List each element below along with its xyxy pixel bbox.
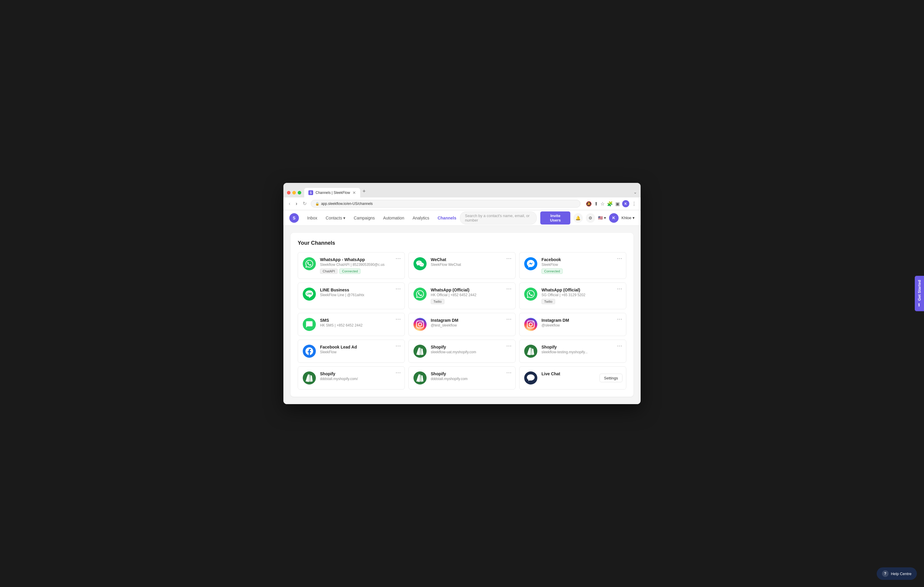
app-logo[interactable]: S: [289, 213, 299, 223]
window-controls: [287, 191, 301, 197]
maximize-button[interactable]: [298, 191, 301, 194]
channel-tag: ChatAPI: [320, 268, 338, 274]
channel-info: WhatsApp (Official) HK Official | +852 6…: [431, 288, 510, 304]
channel-menu-button[interactable]: ···: [396, 344, 401, 349]
address-icons: 🔕 ⬆ ☆ 🧩 ▣ K ⋮: [586, 200, 637, 207]
tab-bar: S Channels | SleekFlow ✕ + ⌄: [304, 186, 637, 197]
nav-item-channels[interactable]: Channels: [434, 214, 460, 222]
settings-button[interactable]: ⚙: [586, 213, 596, 223]
channel-menu-button[interactable]: ···: [396, 317, 401, 322]
channel-card-shopify-dddstall[interactable]: Shopify dddstall.myshopify.com/ ···: [298, 367, 405, 390]
notifications-button[interactable]: 🔔: [573, 213, 583, 223]
channel-icon: [303, 288, 316, 301]
url-bar[interactable]: 🔒 app.sleekflow.io/en-US/channels: [311, 200, 581, 207]
browser-user-avatar[interactable]: K: [622, 200, 629, 207]
channel-name: Shopify: [541, 345, 621, 349]
channel-info: Shopify dddstall.myshopify.com/: [320, 372, 400, 383]
lock-icon: 🔒: [315, 202, 319, 206]
channel-name: Instagram DM: [431, 318, 510, 323]
user-name[interactable]: Khloe ▾: [622, 215, 635, 220]
back-button[interactable]: ‹: [287, 200, 291, 207]
nav-item-contacts[interactable]: Contacts ▾: [322, 214, 349, 222]
channel-name: Instagram DM: [541, 318, 621, 323]
channel-card-shopify-uat[interactable]: Shopify sleekflow-uat.myshopify.com ···: [408, 340, 516, 363]
more-options-icon[interactable]: ⋮: [632, 201, 637, 207]
channel-card-facebook-lead[interactable]: Facebook Lead Ad SleekFlow ···: [298, 340, 405, 363]
channel-menu-button[interactable]: ···: [617, 286, 622, 292]
channel-card-whatsapp-official-sg[interactable]: WhatsApp (Official) SG Official | +65 31…: [519, 283, 626, 309]
bookmark-icon[interactable]: ☆: [601, 201, 605, 207]
nav-item-automation[interactable]: Automation: [380, 214, 408, 222]
help-centre-button[interactable]: ? Help Centre: [877, 567, 917, 580]
title-bar: S Channels | SleekFlow ✕ + ⌄: [284, 183, 640, 197]
channel-menu-button[interactable]: ···: [507, 317, 512, 322]
channel-info: WeChat SleekFlow WeChat: [431, 257, 510, 268]
app-nav: S Inbox Contacts ▾ Campaigns Automation …: [284, 210, 640, 226]
nav-item-campaigns[interactable]: Campaigns: [350, 214, 378, 222]
channel-menu-button[interactable]: ···: [396, 370, 401, 376]
channel-card-facebook[interactable]: Facebook SleekFlow Connected ···: [519, 252, 626, 279]
channel-menu-button[interactable]: ···: [507, 344, 512, 349]
close-button[interactable]: [287, 191, 290, 194]
channel-icon: [303, 318, 316, 331]
channel-menu-button[interactable]: ···: [617, 344, 622, 349]
channel-tag: Twilio: [541, 299, 555, 304]
info-icon: ℹ: [917, 303, 922, 307]
channel-menu-button[interactable]: ···: [396, 256, 401, 261]
get-started-tab[interactable]: ℹ Get Started: [915, 276, 924, 311]
reload-button[interactable]: ↻: [302, 200, 308, 207]
address-bar: ‹ › ↻ 🔒 app.sleekflow.io/en-US/channels …: [284, 197, 640, 210]
channel-card-line-business[interactable]: LINE Business SleekFlow Line | @761aihtx…: [298, 283, 405, 309]
channel-card-sms[interactable]: SMS HK SMS | +852 6452 2442 ···: [298, 313, 405, 336]
channel-icon: [414, 288, 427, 301]
channel-info: WhatsApp - WhatsApp Sleekflow ChatAPI | …: [320, 257, 400, 274]
channel-menu-button[interactable]: ···: [507, 286, 512, 292]
sidebar-icon[interactable]: ▣: [615, 201, 620, 207]
channel-tag: Connected: [541, 268, 563, 274]
main-content: Your Channels WhatsApp - WhatsApp Sleekf…: [284, 226, 640, 404]
channel-info: Instagram DM @test_sleekflow: [431, 318, 510, 329]
channel-settings-button[interactable]: Settings: [599, 374, 622, 382]
tab-menu-button[interactable]: ⌄: [634, 190, 637, 197]
channel-name: Shopify: [431, 372, 510, 376]
user-chevron: ▾: [633, 215, 635, 220]
channel-card-livechat[interactable]: Live Chat Settings: [519, 367, 626, 390]
channel-card-instagram-test[interactable]: Instagram DM @test_sleekflow ···: [408, 313, 516, 336]
share-icon[interactable]: ⬆: [594, 201, 598, 207]
user-avatar[interactable]: K: [609, 213, 619, 223]
nav-item-inbox[interactable]: Inbox: [304, 214, 321, 222]
channel-name: Shopify: [431, 345, 510, 349]
channel-icon: [303, 345, 316, 358]
channel-icon: [524, 345, 537, 358]
channel-menu-button[interactable]: ···: [617, 256, 622, 261]
contacts-chevron: ▾: [343, 215, 345, 220]
notification-icon[interactable]: 🔕: [586, 201, 592, 207]
channel-card-instagram-main[interactable]: Instagram DM @sleekflow ···: [519, 313, 626, 336]
channel-info: Instagram DM @sleekflow: [541, 318, 621, 329]
channel-menu-button[interactable]: ···: [507, 256, 512, 261]
forward-button[interactable]: ›: [294, 200, 298, 207]
channel-menu-button[interactable]: ···: [396, 286, 401, 292]
extensions-icon[interactable]: 🧩: [607, 201, 613, 207]
nav-item-analytics[interactable]: Analytics: [409, 214, 433, 222]
channel-card-wechat[interactable]: WeChat SleekFlow WeChat ···: [408, 252, 516, 279]
channel-icon: [414, 345, 427, 358]
channel-name: Facebook Lead Ad: [320, 345, 400, 349]
channel-tag: Connected: [339, 268, 360, 274]
tab-close-button[interactable]: ✕: [353, 191, 356, 195]
channel-menu-button[interactable]: ···: [507, 370, 512, 376]
minimize-button[interactable]: [292, 191, 296, 194]
nav-search[interactable]: Search by a contact's name, email, or nu…: [460, 211, 537, 225]
channel-icon: [524, 257, 537, 270]
channel-card-shopify-testing[interactable]: Shopify sleekflow-testing.myshopify... ·…: [519, 340, 626, 363]
invite-users-button[interactable]: Invite Users: [540, 211, 570, 225]
language-selector[interactable]: 🇺🇸 ▾: [598, 215, 606, 220]
channel-card-shopify-dddstall2[interactable]: Shopify dddstall.myshopify.com ···: [408, 367, 516, 390]
tab-favicon: S: [309, 190, 313, 195]
channel-menu-button[interactable]: ···: [617, 317, 622, 322]
browser-tab-active[interactable]: S Channels | SleekFlow ✕: [304, 188, 360, 197]
new-tab-button[interactable]: +: [360, 186, 368, 197]
channel-card-whatsapp-official-hk[interactable]: WhatsApp (Official) HK Official | +852 6…: [408, 283, 516, 309]
channel-name: WhatsApp - WhatsApp: [320, 257, 400, 262]
channel-card-whatsapp-main[interactable]: WhatsApp - WhatsApp Sleekflow ChatAPI | …: [298, 252, 405, 279]
